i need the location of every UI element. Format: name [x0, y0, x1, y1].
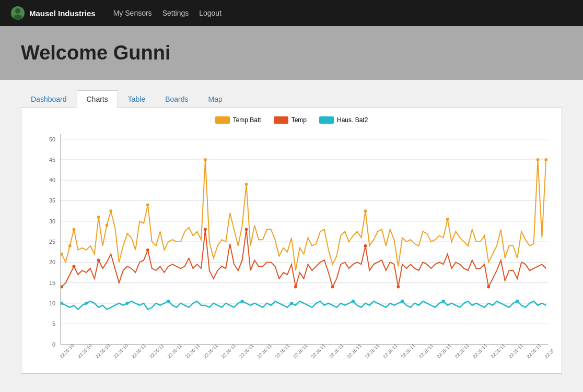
svg-text:10: 10 — [49, 300, 55, 306]
nav-my-sensors[interactable]: My Sensors — [113, 9, 152, 17]
svg-text:22:35:11: 22:35:11 — [489, 343, 506, 359]
svg-point-51 — [85, 302, 88, 305]
svg-point-46 — [331, 286, 334, 289]
svg-point-30 — [105, 224, 108, 227]
svg-text:22:35:11: 22:35:11 — [418, 343, 434, 359]
svg-text:22:35:11: 22:35:11 — [167, 343, 183, 359]
svg-text:22:35:11: 22:35:11 — [436, 343, 452, 359]
brand-name: Mausel Industries — [29, 9, 96, 18]
footer: Powered by derguntmar.de — [0, 384, 583, 392]
svg-text:22:35:11: 22:35:11 — [454, 343, 470, 359]
svg-point-2 — [14, 15, 22, 20]
svg-text:22:35:11: 22:35:11 — [202, 343, 218, 359]
svg-text:50: 50 — [49, 136, 55, 142]
svg-text:22:35:11: 22:35:11 — [364, 343, 380, 359]
svg-text:22:35:11: 22:35:11 — [274, 343, 290, 359]
svg-point-45 — [294, 286, 297, 289]
temp-series — [60, 228, 546, 289]
svg-text:22:35:11: 22:35:11 — [131, 343, 147, 359]
tab-map[interactable]: Map — [199, 90, 232, 108]
svg-point-36 — [446, 218, 449, 221]
brand: Mausel Industries — [10, 6, 96, 20]
main-chart: 0 5 10 15 20 25 30 35 40 45 50 — [30, 129, 553, 365]
nav-settings[interactable]: Settings — [162, 9, 189, 17]
svg-text:22:35:10: 22:35:10 — [95, 343, 111, 359]
tab-charts[interactable]: Charts — [77, 90, 118, 108]
svg-point-48 — [397, 286, 400, 289]
svg-text:15: 15 — [49, 280, 55, 286]
navbar: Mausel Industries My Sensors Settings Lo… — [0, 0, 583, 26]
svg-point-56 — [352, 300, 355, 303]
svg-point-52 — [126, 302, 129, 305]
page-header: Welcome Gunni — [0, 26, 583, 80]
legend-temp: Temp — [274, 116, 307, 124]
svg-text:22:35:10: 22:35:10 — [59, 343, 75, 359]
svg-point-47 — [364, 244, 367, 247]
svg-text:25: 25 — [49, 239, 55, 245]
temp-batt-series — [60, 158, 547, 270]
svg-text:45: 45 — [49, 157, 55, 163]
svg-text:22:35:11: 22:35:11 — [472, 343, 488, 359]
svg-point-54 — [241, 300, 244, 303]
svg-text:22:35:11: 22:35:11 — [508, 343, 524, 359]
tab-dashboard[interactable]: Dashboard — [21, 90, 77, 108]
svg-point-29 — [97, 216, 100, 219]
svg-point-1 — [15, 8, 20, 14]
legend-color-haus-bat2 — [319, 116, 334, 124]
svg-text:20: 20 — [49, 259, 55, 265]
svg-text:22:35:11: 22:35:11 — [184, 343, 201, 359]
x-axis-labels: 22:35:10 22:35:10 22:35:10 22:35:10 22:3… — [59, 343, 553, 359]
haus-bat2-series — [60, 300, 546, 310]
svg-text:22:35:11: 22:35:11 — [256, 343, 272, 359]
svg-point-42 — [146, 248, 149, 252]
svg-text:22:35:11: 22:35:11 — [382, 343, 398, 359]
navbar-links: My Sensors Settings Logout — [113, 9, 221, 17]
chart-legend: Temp Batt Temp Haus. Bat2 — [30, 116, 553, 124]
svg-point-55 — [290, 302, 293, 305]
svg-text:22:35:32: 22:35:32 — [544, 343, 553, 359]
chart-svg-wrapper: 0 5 10 15 20 25 30 35 40 45 50 — [30, 129, 553, 365]
legend-color-temp-batt — [215, 116, 230, 124]
nav-logout[interactable]: Logout — [199, 9, 221, 17]
svg-text:22:35:11: 22:35:11 — [400, 343, 416, 359]
legend-label-haus-bat2: Haus. Bat2 — [337, 116, 368, 124]
tab-boards[interactable]: Boards — [155, 90, 198, 108]
svg-point-28 — [73, 228, 76, 231]
svg-point-33 — [204, 158, 207, 161]
svg-text:22:35:11: 22:35:11 — [148, 343, 165, 359]
legend-haus-bat2: Haus. Bat2 — [319, 116, 368, 124]
svg-text:0: 0 — [52, 341, 55, 348]
svg-text:22:35:11: 22:35:11 — [238, 343, 254, 359]
tab-table[interactable]: Table — [118, 90, 155, 108]
svg-point-40 — [73, 265, 76, 268]
svg-text:35: 35 — [49, 197, 55, 204]
chart-grid: 0 5 10 15 20 25 30 35 40 45 50 — [49, 136, 548, 348]
svg-text:22:35:10: 22:35:10 — [77, 343, 93, 359]
svg-point-58 — [442, 300, 445, 303]
svg-point-57 — [401, 300, 404, 303]
svg-point-27 — [68, 244, 72, 247]
legend-temp-batt: Temp Batt — [215, 116, 261, 124]
svg-text:22:35:11: 22:35:11 — [526, 343, 542, 359]
brand-icon — [10, 6, 25, 20]
svg-point-32 — [146, 203, 149, 206]
svg-point-49 — [487, 286, 490, 289]
svg-text:22:35:11: 22:35:11 — [328, 343, 344, 359]
svg-point-43 — [204, 228, 207, 231]
svg-text:22:35:11: 22:35:11 — [220, 343, 237, 359]
svg-point-31 — [109, 209, 112, 212]
page-title: Welcome Gunni — [21, 42, 562, 64]
svg-text:40: 40 — [49, 177, 55, 183]
legend-label-temp-batt: Temp Batt — [233, 116, 261, 124]
svg-point-41 — [97, 259, 100, 262]
svg-text:22:35:10: 22:35:10 — [112, 343, 129, 359]
svg-point-38 — [544, 158, 547, 161]
svg-point-34 — [245, 183, 248, 186]
svg-point-59 — [516, 300, 519, 303]
tabs: Dashboard Charts Table Boards Map — [21, 90, 562, 108]
svg-text:22:35:11: 22:35:11 — [346, 343, 362, 359]
svg-text:22:35:11: 22:35:11 — [310, 343, 327, 359]
svg-text:22:35:11: 22:35:11 — [292, 343, 308, 359]
svg-text:30: 30 — [49, 218, 55, 224]
svg-point-44 — [245, 228, 248, 231]
